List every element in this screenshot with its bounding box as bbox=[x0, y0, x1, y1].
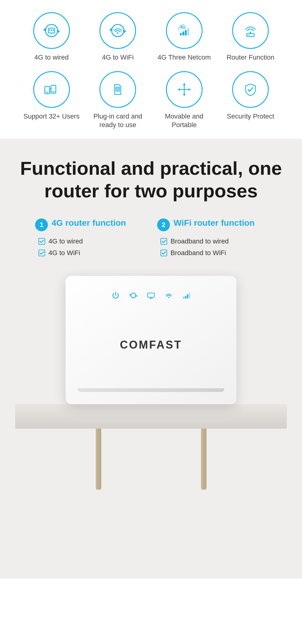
icon-circle-security bbox=[232, 71, 269, 108]
svg-marker-37 bbox=[189, 88, 191, 91]
svg-rect-49 bbox=[185, 296, 186, 298]
svg-point-22 bbox=[47, 92, 48, 93]
feature-list-1: 4G to wired 4G to WiFi bbox=[35, 237, 148, 257]
icon-circle-4g-wifi bbox=[99, 12, 136, 49]
icon-circle-portable bbox=[166, 71, 203, 108]
features-grid: 4G to wired 4G to WiFi bbox=[20, 12, 282, 130]
top-section: 4G to wired 4G to WiFi bbox=[0, 0, 302, 139]
table-leg-right bbox=[201, 429, 207, 490]
svg-rect-44 bbox=[148, 293, 154, 297]
check-icon bbox=[38, 249, 45, 257]
svg-rect-13 bbox=[185, 30, 187, 35]
users-icon bbox=[42, 80, 61, 99]
feature-heading-1: 4G router function bbox=[52, 218, 126, 228]
feature-item-portable: Movable and Portable bbox=[153, 71, 216, 130]
svg-point-25 bbox=[53, 92, 54, 93]
list-item-text: 4G to WiFi bbox=[49, 249, 80, 257]
list-item-text: 4G to wired bbox=[49, 237, 83, 245]
icon-circle-sim bbox=[99, 71, 136, 108]
feature-heading-2: WiFi router function bbox=[174, 218, 255, 228]
feature-item-4g-wired: 4G to wired bbox=[20, 12, 83, 62]
feature-list-item: 4G to WiFi bbox=[38, 249, 148, 257]
router-bottom-stripe bbox=[78, 388, 224, 392]
security-icon bbox=[241, 80, 260, 99]
svg-rect-12 bbox=[182, 31, 184, 35]
feature-number-2: 2 bbox=[157, 218, 170, 231]
svg-text:4G: 4G bbox=[180, 25, 186, 30]
4g-wired-icon bbox=[42, 21, 61, 40]
table-surface bbox=[15, 404, 287, 429]
4g-wired-label: 4G to wired bbox=[34, 53, 69, 62]
feature-list-item: 4G to wired bbox=[38, 237, 148, 245]
monitor-indicator bbox=[147, 291, 155, 302]
icon-circle-4g-netcom: 4G bbox=[166, 12, 203, 49]
svg-marker-34 bbox=[183, 83, 185, 85]
svg-rect-14 bbox=[187, 28, 189, 35]
4g-netcom-icon: 4G bbox=[175, 21, 193, 40]
feature-item-security: Security Protect bbox=[219, 71, 282, 130]
list-item-text: Broadband to wired bbox=[171, 237, 229, 245]
router-function-icon bbox=[241, 21, 260, 40]
feature-list-item: Broadband to WiFi bbox=[160, 249, 270, 257]
check-icon bbox=[160, 249, 167, 257]
portable-label: Movable and Portable bbox=[153, 112, 216, 130]
icon-circle-users bbox=[33, 71, 70, 108]
security-label: Security Protect bbox=[227, 112, 274, 121]
feature-title-2: 2 WiFi router function bbox=[157, 218, 270, 231]
svg-point-47 bbox=[168, 297, 169, 298]
refresh-indicator bbox=[129, 291, 138, 302]
feature-item-router: Router Function bbox=[219, 12, 282, 62]
table-leg-left bbox=[96, 429, 101, 490]
svg-rect-51 bbox=[189, 293, 190, 298]
router-brand: COMFAST bbox=[120, 338, 182, 351]
4g-wifi-icon bbox=[109, 21, 127, 40]
svg-rect-29 bbox=[117, 88, 117, 89]
svg-point-18 bbox=[250, 35, 250, 36]
bottom-section: Functional and practical, one router for… bbox=[0, 139, 302, 579]
router-function-label: Router Function bbox=[227, 53, 275, 62]
svg-rect-4 bbox=[51, 29, 52, 31]
router-device: COMFAST bbox=[66, 276, 236, 404]
feature-list-2: Broadband to wired Broadband to WiFi bbox=[157, 237, 270, 257]
svg-rect-31 bbox=[117, 90, 119, 90]
table-legs bbox=[15, 429, 287, 490]
svg-rect-48 bbox=[183, 297, 185, 298]
svg-rect-5 bbox=[53, 29, 54, 31]
router-container: COMFAST bbox=[15, 276, 287, 404]
check-icon bbox=[160, 238, 167, 245]
feature-col-2: 2 WiFi router function Broadband to wire… bbox=[154, 218, 270, 261]
feature-item-4g-netcom: 4G 4G Three Netcom bbox=[153, 12, 216, 62]
sim-card-icon bbox=[109, 80, 127, 99]
svg-point-17 bbox=[248, 35, 249, 36]
feature-title-1: 1 4G router function bbox=[35, 218, 148, 231]
feature-item-4g-wifi: 4G to WiFi bbox=[86, 12, 150, 62]
icon-circle-router bbox=[232, 12, 269, 49]
icon-circle-4g-wired bbox=[33, 12, 70, 49]
svg-marker-36 bbox=[178, 88, 180, 91]
4g-wifi-label: 4G to WiFi bbox=[102, 53, 134, 62]
list-item-text: Broadband to WiFi bbox=[171, 249, 226, 257]
4g-netcom-label: 4G Three Netcom bbox=[158, 53, 211, 62]
router-indicators bbox=[111, 291, 191, 302]
feature-item-sim: Plug-in card and ready to use bbox=[86, 71, 150, 130]
svg-rect-28 bbox=[116, 87, 120, 91]
svg-rect-30 bbox=[118, 88, 119, 89]
svg-rect-3 bbox=[49, 29, 50, 31]
support-users-label: Support 32+ Users bbox=[23, 112, 80, 121]
signal-indicator bbox=[182, 291, 191, 302]
svg-point-9 bbox=[117, 32, 119, 34]
features-row: 1 4G router function 4G to wired 4G bbox=[32, 218, 270, 261]
power-indicator bbox=[111, 291, 120, 302]
portable-icon bbox=[175, 80, 193, 99]
feature-list-item: Broadband to wired bbox=[160, 237, 270, 245]
svg-rect-11 bbox=[180, 33, 182, 35]
plug-in-label: Plug-in card and ready to use bbox=[86, 112, 150, 130]
feature-item-users: Support 32+ Users bbox=[20, 71, 83, 130]
svg-marker-35 bbox=[183, 94, 185, 96]
check-icon bbox=[38, 238, 45, 245]
wifi-indicator bbox=[164, 291, 173, 302]
feature-number-1: 1 bbox=[35, 218, 48, 231]
svg-rect-50 bbox=[187, 294, 188, 298]
feature-col-1: 1 4G router function 4G to wired 4G bbox=[32, 218, 148, 261]
main-title: Functional and practical, one router for… bbox=[15, 157, 287, 203]
